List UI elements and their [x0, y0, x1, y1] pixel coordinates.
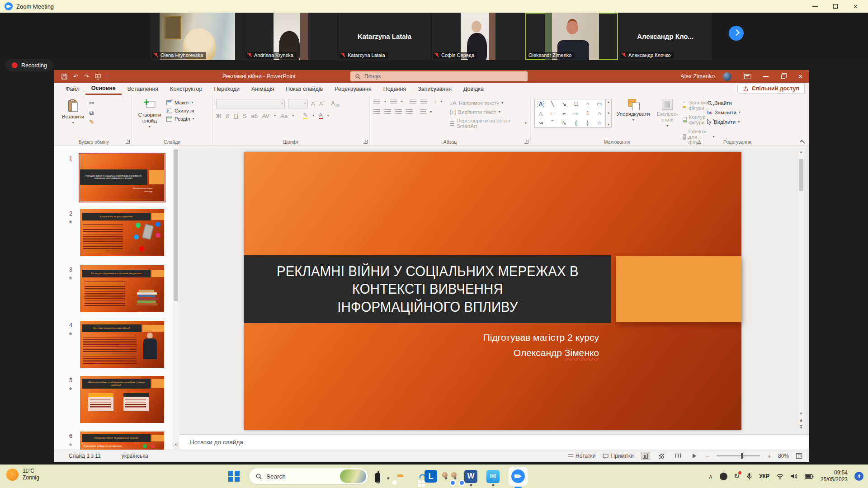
- shape-glyph[interactable]: ○: [586, 101, 589, 107]
- maximize-icon[interactable]: [833, 4, 838, 9]
- hidden-icons-chevron[interactable]: ∧: [708, 473, 713, 480]
- slide-title-block[interactable]: РЕКЛАМНІ ВІЙНИ У СОЦІАЛЬНИХ МЕРЕЖАХ В КО…: [244, 255, 611, 323]
- shape-glyph[interactable]: ⇨: [574, 111, 578, 116]
- participant-tile[interactable]: Katarzyna Latała Katarzyna Latała: [338, 13, 431, 60]
- align-center-icon[interactable]: [384, 109, 391, 114]
- notes-splitter-button[interactable]: ▼: [173, 442, 179, 447]
- collapse-ribbon-icon[interactable]: [800, 140, 805, 145]
- battery-icon[interactable]: [805, 474, 814, 479]
- tab-slideshow[interactable]: Показ слайдів: [280, 83, 329, 95]
- phone-link-icon[interactable]: [377, 472, 379, 480]
- taskbar-search[interactable]: Search: [249, 468, 368, 485]
- slide-thumbnail-5[interactable]: 5 ★ «Рекламна війна» та «Маркетингова ві…: [80, 376, 164, 423]
- account-name[interactable]: Alex Zimenko: [680, 73, 715, 80]
- select-button[interactable]: Виділити▾: [707, 119, 741, 125]
- shape-glyph[interactable]: ↘: [562, 101, 566, 107]
- undo-icon[interactable]: ↶: [73, 73, 78, 80]
- panel-scrollbar-thumb[interactable]: [174, 150, 178, 301]
- strikethrough-button[interactable]: ab: [251, 113, 257, 119]
- tab-home[interactable]: Основне: [85, 83, 122, 95]
- share-button[interactable]: Спільний доступ: [737, 84, 805, 94]
- slide-canvas[interactable]: РЕКЛАМНІ ВІЙНИ У СОЦІАЛЬНИХ МЕРЕЖАХ В КО…: [244, 152, 741, 430]
- next-participants-button[interactable]: [729, 26, 744, 41]
- reading-view-button[interactable]: [674, 452, 683, 460]
- bullets-icon[interactable]: [373, 99, 380, 104]
- cut-icon[interactable]: ✂: [89, 100, 94, 106]
- slide-subtitle-block[interactable]: Підготував магістр 2 курсу Олександр Зім…: [483, 330, 599, 360]
- font-dialog-launcher[interactable]: [363, 140, 368, 144]
- quick-styles-button[interactable]: Експрес-стилі▾: [655, 97, 680, 137]
- word-icon[interactable]: W: [464, 470, 477, 483]
- decrease-indent-icon[interactable]: [410, 99, 416, 104]
- minimize-icon[interactable]: [812, 6, 818, 7]
- align-right-icon[interactable]: [395, 109, 402, 114]
- editor-scrollbar-thumb[interactable]: [799, 159, 803, 191]
- wifi-icon[interactable]: [776, 474, 784, 479]
- shape-glyph[interactable]: ⌐: [562, 111, 566, 116]
- save-icon[interactable]: [61, 74, 67, 80]
- tab-help[interactable]: Довідка: [458, 83, 490, 95]
- clear-formatting-icon[interactable]: A⌫: [331, 100, 340, 108]
- zoom-slider[interactable]: [717, 455, 760, 456]
- window-restore-icon[interactable]: [781, 75, 785, 79]
- font-name-combo[interactable]: [216, 99, 285, 108]
- shape-glyph[interactable]: ☆: [597, 120, 602, 126]
- redo-icon[interactable]: ↷: [84, 73, 89, 80]
- slide-thumbnail-2[interactable]: 2 ★ Актуальність дослідження: [80, 209, 164, 256]
- shape-glyph[interactable]: ⌒: [550, 120, 555, 126]
- line-spacing-icon[interactable]: ↕: [434, 99, 437, 104]
- align-left-icon[interactable]: [373, 109, 380, 114]
- character-spacing-button[interactable]: AV: [262, 113, 269, 119]
- participant-tile[interactable]: Александр Кло... Александр Клочко: [619, 13, 712, 60]
- new-slide-button[interactable]: Створити слайд▾: [136, 97, 164, 137]
- slide-thumbnail-3[interactable]: 3 ★ Мета дослідження та основні теоретик…: [80, 265, 164, 312]
- scroll-down-icon[interactable]: ▼: [799, 412, 803, 416]
- start-button[interactable]: [228, 471, 240, 482]
- tab-view[interactable]: Подання: [377, 83, 412, 95]
- tab-recording[interactable]: Записування: [412, 83, 458, 95]
- zoom-level[interactable]: 80%: [778, 453, 789, 459]
- participant-tile[interactable]: Софія Середа: [432, 13, 524, 60]
- previous-slide-button[interactable]: ▲▲: [800, 419, 803, 422]
- justify-icon[interactable]: [406, 109, 413, 114]
- tab-review[interactable]: Рецензування: [329, 83, 377, 95]
- replace-button[interactable]: bcЗамінити▾: [707, 110, 741, 115]
- arrange-button[interactable]: Упорядкувати▾: [614, 97, 652, 137]
- find-button[interactable]: Знайти: [707, 100, 741, 106]
- tab-design[interactable]: Конструктор: [164, 83, 208, 95]
- participant-tile[interactable]: Olena Hryhorevska: [151, 13, 244, 60]
- volume-icon[interactable]: [791, 473, 798, 479]
- language-indicator[interactable]: українська: [122, 453, 148, 459]
- tray-app-icon[interactable]: [720, 473, 727, 480]
- slide-sorter-view-button[interactable]: [657, 452, 666, 460]
- columns-icon[interactable]: [420, 109, 426, 114]
- shape-glyph[interactable]: ⌂: [598, 111, 601, 116]
- notes-toggle-button[interactable]: Нотатки: [568, 453, 595, 459]
- shape-glyph[interactable]: {: [575, 120, 577, 126]
- scroll-up-icon[interactable]: ▲: [799, 150, 803, 154]
- normal-view-button[interactable]: [641, 452, 650, 460]
- italic-button[interactable]: К: [226, 113, 230, 119]
- window-close-icon[interactable]: ✕: [798, 73, 803, 80]
- keyboard-language[interactable]: УКР: [759, 473, 769, 479]
- tab-transitions[interactable]: Переходи: [208, 83, 245, 95]
- reset-button[interactable]: Скинути: [166, 108, 194, 113]
- section-button[interactable]: Розділ▾: [166, 116, 194, 122]
- avatar[interactable]: [723, 72, 731, 81]
- tab-insert[interactable]: Вставлення: [122, 83, 164, 95]
- mail-icon[interactable]: ✉: [486, 470, 500, 483]
- increase-indent-icon[interactable]: [420, 99, 427, 104]
- close-icon[interactable]: ✕: [853, 4, 858, 9]
- highlight-color-icon[interactable]: ✎: [303, 112, 308, 119]
- editor-scrollbar[interactable]: ▲ ▼ ▲▲ ▼▼: [798, 150, 804, 431]
- slide-thumbnail-6[interactable]: 6 ★ Рекламні війни та соціальні мережі Р…: [80, 432, 164, 450]
- zoom-slider-thumb[interactable]: [741, 453, 743, 459]
- search-box[interactable]: Пошук: [350, 71, 528, 81]
- microphone-icon[interactable]: [746, 473, 752, 480]
- drawing-dialog-launcher[interactable]: [697, 140, 701, 144]
- change-case-button[interactable]: Aa: [280, 113, 288, 119]
- update-icon[interactable]: ↻: [734, 472, 740, 480]
- bold-button[interactable]: Ж: [216, 113, 222, 119]
- shape-glyph[interactable]: □: [574, 101, 577, 107]
- fit-slide-icon[interactable]: [796, 453, 802, 459]
